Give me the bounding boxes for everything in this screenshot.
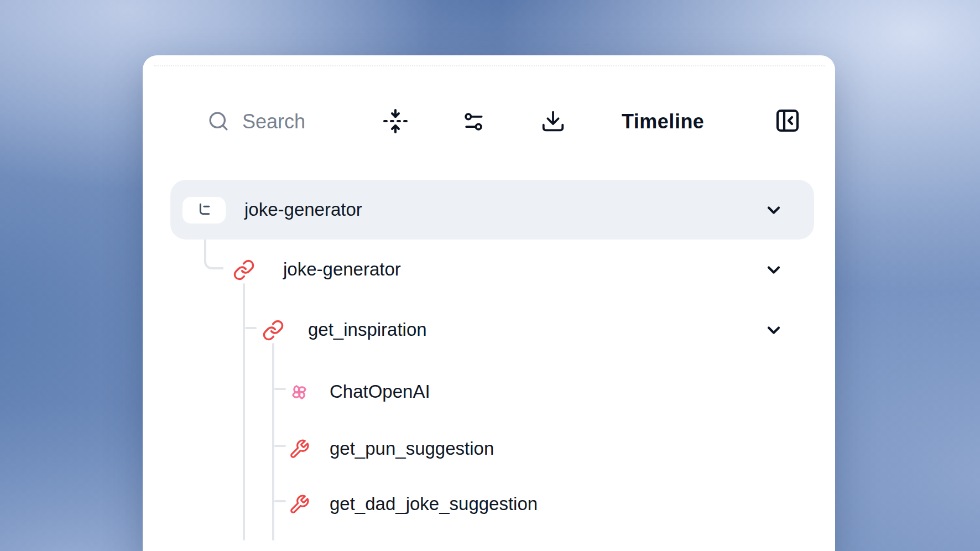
- chain-link-icon: [233, 259, 255, 281]
- search-input[interactable]: Search: [242, 110, 305, 133]
- tree-connector-tick: [274, 500, 286, 502]
- tool-wrench-icon: [289, 439, 310, 460]
- tree-connector-line: [243, 283, 245, 540]
- tree-row-label: joke-generator: [283, 259, 401, 280]
- download-icon[interactable]: [540, 109, 566, 134]
- chain-link-icon: [262, 319, 284, 341]
- filter-sliders-icon[interactable]: [461, 110, 486, 134]
- panel-top-divider: [154, 65, 825, 66]
- llm-pinwheel-icon: [288, 381, 310, 403]
- tree-row-label: get_dad_joke_suggestion: [330, 493, 538, 514]
- search-icon[interactable]: [207, 110, 230, 133]
- chevron-down-icon[interactable]: [764, 260, 784, 280]
- trace-tree-icon-pill: [183, 197, 226, 223]
- tree-row-label: get_pun_suggestion: [330, 438, 494, 459]
- tree-row-label: get_inspiration: [308, 319, 427, 340]
- tree-row-label: ChatOpenAI: [330, 381, 430, 402]
- chevron-down-icon[interactable]: [764, 200, 784, 220]
- tree-connector-tick: [274, 445, 286, 447]
- tree-connector-tick: [245, 327, 257, 329]
- tree-connector-tick: [274, 388, 286, 390]
- fold-vertical-icon[interactable]: [382, 108, 409, 134]
- tree-connector-line: [272, 343, 274, 540]
- desktop-background: { "toolbar": { "search_label": "Search",…: [0, 0, 980, 551]
- timeline-toggle[interactable]: Timeline: [622, 110, 704, 133]
- panel-collapse-left-icon[interactable]: [774, 107, 801, 134]
- tool-wrench-icon: [289, 494, 310, 515]
- chevron-down-icon[interactable]: [764, 320, 784, 340]
- tree-row-label: joke-generator: [244, 199, 362, 220]
- trace-panel: Search Timeline: [143, 55, 835, 551]
- trace-tree-icon: [195, 201, 213, 219]
